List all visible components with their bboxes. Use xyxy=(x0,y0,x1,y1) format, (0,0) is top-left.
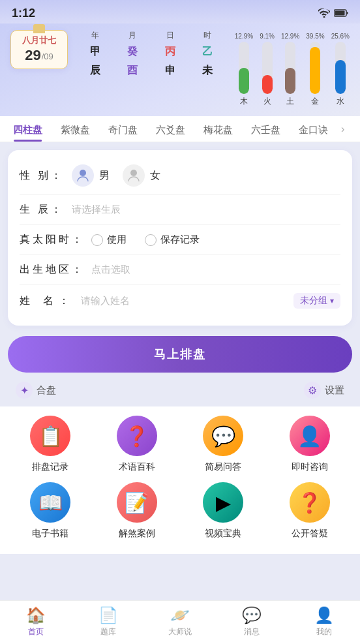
gender-female-label: 女 xyxy=(150,169,160,183)
tab-3[interactable]: 六爻盘 xyxy=(147,116,194,142)
solar-label: 真太阳时： xyxy=(20,233,85,247)
chart-item-0: 12.9% 木 xyxy=(235,33,253,107)
chevron-right-icon: › xyxy=(341,123,344,135)
status-time: 1:12 xyxy=(12,7,35,20)
solar-option2[interactable]: 保存记录 xyxy=(145,234,200,246)
gender-options: 男 女 xyxy=(72,164,340,187)
nav-label-2: 大师说 xyxy=(168,626,192,637)
nav-item-大师说[interactable]: 🪐 大师说 xyxy=(160,606,200,637)
birthday-label: 生 辰： xyxy=(20,203,65,217)
solar-radio2 xyxy=(145,234,157,246)
gear-icon: ⚙ xyxy=(304,382,321,399)
nav-item-题库[interactable]: 📄 题库 xyxy=(89,606,128,637)
chart-fill-3 xyxy=(310,47,320,94)
birthday-row[interactable]: 生 辰： 请选择生辰 xyxy=(20,195,340,225)
nav-icon-2: 🪐 xyxy=(170,606,190,624)
male-icon xyxy=(76,168,90,183)
grid-item-公开答疑[interactable]: ❓ 公开答疑 xyxy=(270,482,350,540)
nav-item-消息[interactable]: 💬 消息 xyxy=(232,606,271,637)
name-label: 姓 名： xyxy=(20,294,74,308)
region-value[interactable]: 点击选取 xyxy=(91,264,340,276)
tab-6[interactable]: 金口诀 xyxy=(290,116,337,142)
ganzhi-r2c4: 未 xyxy=(189,63,225,79)
solar-option1-label: 使用 xyxy=(107,234,127,246)
chart-item-2: 12.9% 土 xyxy=(281,33,299,107)
chevron-down-icon: ▾ xyxy=(330,296,334,305)
calendar-hang xyxy=(33,24,45,33)
chart-pct-1: 9.1% xyxy=(260,33,275,40)
chart-fill-4 xyxy=(335,60,346,94)
chart-fill-2 xyxy=(285,68,295,94)
grid-item-电子书籍[interactable]: 📖 电子书籍 xyxy=(10,482,91,540)
settings-label: 设置 xyxy=(325,384,344,397)
chart-pct-3: 39.5% xyxy=(306,33,324,40)
tools-row: ✦ 合盘 ⚙ 设置 xyxy=(0,376,360,404)
grid-label-3: 即时咨询 xyxy=(292,461,328,473)
charts-area: 12.9% 木 9.1% 火 12.9% 土 39.5% 金 25.6% 水 xyxy=(235,30,350,107)
birthday-value[interactable]: 请选择生辰 xyxy=(72,204,340,216)
tab-bar[interactable]: 四柱盘紫微盘奇门盘六爻盘梅花盘六壬盘金口诀› xyxy=(0,116,360,142)
chart-label-3: 金 xyxy=(311,96,319,107)
solar-radio-group: 使用 保存记录 xyxy=(91,234,340,246)
tab-2[interactable]: 奇门盘 xyxy=(99,116,147,142)
ganzhi-header-year: 年 xyxy=(77,30,113,41)
submit-button[interactable]: 马上排盘 xyxy=(8,336,352,373)
grid-item-即时咨询[interactable]: 👤 即时咨询 xyxy=(270,416,350,473)
tab-scroll-arrow[interactable]: › xyxy=(337,116,348,142)
grid-item-术语百科[interactable]: ❓ 术语百科 xyxy=(97,416,177,473)
ganzhi-header-month: 月 xyxy=(114,30,150,41)
grid-label-2: 简易问答 xyxy=(205,461,241,473)
tab-4[interactable]: 梅花盘 xyxy=(194,116,242,142)
nav-icon-1: 📄 xyxy=(98,606,118,624)
form-card: 性 别： 男 女 xyxy=(8,150,352,326)
grid-icon-3: 👤 xyxy=(290,416,330,456)
grid-icon-1: ❓ xyxy=(117,416,157,456)
grid-icon-6: ▶ xyxy=(203,482,243,523)
ganzhi-r1c1: 甲 xyxy=(77,44,113,60)
chart-bar-3 xyxy=(310,42,320,94)
region-row[interactable]: 出生地区： 点击选取 xyxy=(20,255,340,285)
grid-icon-0: 📋 xyxy=(30,416,70,456)
grid-row-2: 📖 电子书籍 📝 解煞案例 ▶ 视频宝典 ❓ 公开答疑 xyxy=(10,482,350,540)
grid-item-简易问答[interactable]: 💬 简易问答 xyxy=(183,416,263,473)
name-value[interactable]: 请输入姓名 xyxy=(81,295,287,307)
nav-item-我的[interactable]: 👤 我的 xyxy=(305,606,344,637)
tab-0[interactable]: 四柱盘 xyxy=(4,116,52,142)
merge-label: 合盘 xyxy=(37,384,56,397)
gender-label: 性 别： xyxy=(20,169,65,183)
gender-male-option[interactable]: 男 xyxy=(72,164,110,187)
female-icon xyxy=(127,168,141,183)
ganzhi-r2c3: 申 xyxy=(152,63,188,79)
svg-rect-2 xyxy=(335,11,345,16)
chart-item-3: 39.5% 金 xyxy=(306,33,324,107)
grid-icon-5: 📝 xyxy=(117,482,157,523)
tab-5[interactable]: 六壬盘 xyxy=(242,116,290,142)
merge-icon: ✦ xyxy=(16,382,33,399)
ganzhi-table: 年 月 日 时 甲 癸 丙 乙 辰 酉 申 未 xyxy=(77,30,226,79)
solar-option1[interactable]: 使用 xyxy=(91,234,127,246)
grid-section: 📋 排盘记录 ❓ 术语百科 💬 简易问答 👤 即时咨询 📖 电子书籍 📝 解煞案… xyxy=(0,406,360,554)
svg-rect-1 xyxy=(347,12,348,14)
solar-time-row: 真太阳时： 使用 保存记录 xyxy=(20,225,340,255)
merge-button[interactable]: ✦ 合盘 xyxy=(16,382,56,399)
grid-label-5: 解煞案例 xyxy=(119,528,155,540)
chart-bar-0 xyxy=(239,42,249,94)
nav-label-4: 我的 xyxy=(316,626,332,637)
chart-bar-4 xyxy=(335,42,346,94)
chart-bar-1 xyxy=(262,42,273,94)
grid-item-解煞案例[interactable]: 📝 解煞案例 xyxy=(97,482,177,540)
nav-item-首页[interactable]: 🏠 首页 xyxy=(16,606,55,637)
tab-1[interactable]: 紫微盘 xyxy=(52,116,99,142)
ganzhi-row1: 甲 癸 丙 乙 xyxy=(77,44,226,60)
grid-label-7: 公开答疑 xyxy=(292,528,328,540)
chart-label-4: 水 xyxy=(337,96,344,107)
group-badge[interactable]: 未分组 ▾ xyxy=(293,293,340,309)
chart-pct-4: 25.6% xyxy=(331,33,350,40)
ganzhi-header: 年 月 日 时 xyxy=(77,30,226,41)
chart-fill-1 xyxy=(262,75,273,94)
settings-button[interactable]: ⚙ 设置 xyxy=(304,382,344,399)
grid-item-视频宝典[interactable]: ▶ 视频宝典 xyxy=(183,482,263,540)
gender-female-option[interactable]: 女 xyxy=(123,164,160,187)
chart-label-0: 木 xyxy=(240,96,248,107)
grid-item-排盘记录[interactable]: 📋 排盘记录 xyxy=(10,416,91,473)
